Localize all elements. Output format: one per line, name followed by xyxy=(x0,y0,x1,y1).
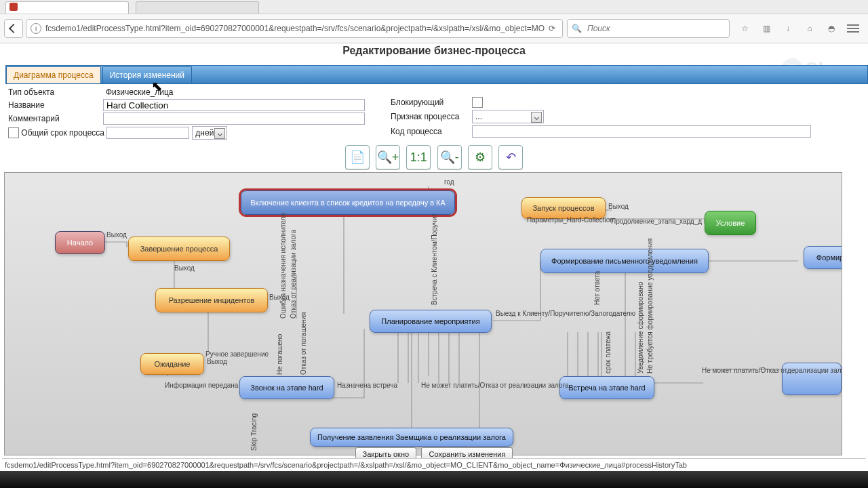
search-input[interactable] xyxy=(586,23,725,34)
node-formir2[interactable]: Формир xyxy=(804,246,842,269)
reload-icon[interactable]: ⟳ xyxy=(549,24,555,33)
browser-tab-strip xyxy=(0,0,868,14)
label-vyhod5: Выход xyxy=(174,264,195,272)
inner-tabs: Диаграмма процесса История изменений xyxy=(5,65,868,84)
chevron-down-icon xyxy=(218,131,222,136)
menu-icon[interactable] xyxy=(846,22,860,35)
label-vyhod1: Выход xyxy=(106,231,127,239)
flag-value: ... xyxy=(475,112,482,121)
undo-icon[interactable]: ↶ xyxy=(498,145,523,169)
label-srok: срок платежа xyxy=(604,331,612,373)
node-condition[interactable]: Условие xyxy=(705,211,756,235)
favicon xyxy=(9,3,18,11)
page-title: Редактирование бизнес-процесса xyxy=(0,45,868,57)
url-text: fcsdemo1/editProcessType.html?item_oid=6… xyxy=(45,24,546,33)
label-vyhod2: Выход xyxy=(608,203,629,210)
total-checkbox[interactable] xyxy=(8,127,19,138)
comment-label: Комментарий xyxy=(8,114,103,123)
node-meeting-hard[interactable]: Встреча на этапе hard xyxy=(559,376,654,399)
blocking-label: Блокирующий xyxy=(391,98,472,107)
zoom-out-icon[interactable]: 🔍- xyxy=(437,145,462,169)
tab-diagram[interactable]: Диаграмма процесса xyxy=(6,66,101,83)
pocket-icon[interactable]: ◓ xyxy=(825,22,838,35)
node-start[interactable]: Начало xyxy=(55,231,105,254)
upload-icon[interactable]: 📄 xyxy=(345,145,370,169)
browser-tab-inactive[interactable] xyxy=(136,1,259,14)
browser-tab-active[interactable] xyxy=(5,1,129,14)
node-include-client[interactable]: Включение клиента в список кредитов на п… xyxy=(241,190,455,215)
type-value: Физические_лица xyxy=(103,87,176,98)
label-otkazpog: Отказ от погашения xyxy=(300,312,307,375)
node-call-hard[interactable]: Звонок на этапе hard xyxy=(239,376,334,399)
bookmark-star-icon[interactable]: ☆ xyxy=(738,22,751,35)
arrow-left-icon xyxy=(9,24,18,33)
label-nemozhet1: Не может платить/Отказ от реализации зал… xyxy=(421,382,569,389)
label-vyezd: Выезд к Клиенту/Поручителю/Залогодателю xyxy=(496,310,635,317)
label-nepog: Не погашено xyxy=(276,334,283,375)
total-label: Общий срок процесса xyxy=(21,128,106,138)
code-input[interactable] xyxy=(472,125,811,138)
label-vstrecha: Встреча с Клиентом/Поручит xyxy=(431,214,438,305)
site-info-icon[interactable]: i xyxy=(31,23,41,34)
browser-toolbar: i fcsdemo1/editProcessType.html?item_oid… xyxy=(0,14,868,43)
search-icon: 🔍 xyxy=(572,24,582,33)
label-vyhod4: Выход xyxy=(207,358,227,365)
blocking-checkbox[interactable] xyxy=(472,97,483,108)
label-prodolz: Продолжение_этапа_хард_д xyxy=(611,218,702,225)
label-netotv: Нет ответа xyxy=(593,271,601,305)
node-notify[interactable]: Формирование письменного уведомления xyxy=(540,249,709,273)
label-naznach: Назначена встреча xyxy=(337,382,397,389)
type-label: Тип объекта xyxy=(8,87,103,97)
label-ruchnoe: Ручное завершение xyxy=(205,350,269,358)
address-bar[interactable]: i fcsdemo1/editProcessType.html?item_oid… xyxy=(26,19,563,38)
label-netreb: Не требуется формирование уведомления xyxy=(646,239,654,373)
label-info: Информация передана xyxy=(165,382,238,389)
total-input[interactable] xyxy=(106,127,189,139)
label-hardtop: Не может платить/Отказ отдерализации зал… xyxy=(702,367,842,374)
label-otkr: Отказ от реализации залога xyxy=(290,230,297,319)
flag-label: Признак процесса xyxy=(391,112,472,121)
unit-value: дней xyxy=(195,128,214,138)
diagram-toolbar: 📄 🔍+ 1:1 🔍- ⚙ ↶ xyxy=(0,145,868,169)
node-complete[interactable]: Завершение процесса xyxy=(128,237,230,261)
zoom-in-icon[interactable]: 🔍+ xyxy=(376,145,400,169)
label-former: Уведомление сформировано xyxy=(637,282,644,373)
zoom-fit-icon[interactable]: 1:1 xyxy=(406,145,431,169)
chevron-down-icon xyxy=(534,115,538,119)
search-box[interactable]: 🔍 xyxy=(567,19,730,38)
home-icon[interactable]: ⌂ xyxy=(803,22,816,35)
node-wait[interactable]: Ожидание xyxy=(140,353,204,375)
node-plan[interactable]: Планирование мероприятия xyxy=(370,310,492,333)
os-taskbar[interactable] xyxy=(0,471,868,488)
settings-icon[interactable]: ⚙ xyxy=(468,145,492,169)
library-icon[interactable]: ▥ xyxy=(760,22,773,35)
name-label: Название xyxy=(8,100,103,110)
comment-input[interactable] xyxy=(103,113,365,125)
name-input[interactable] xyxy=(103,99,365,111)
label-skip: Skip Tracing xyxy=(250,413,258,451)
label-params: Параметры_Hard-Collection xyxy=(527,216,614,224)
status-bar: fcsdemo1/editProcessType.html?item_oid=6… xyxy=(2,458,866,471)
flag-select[interactable]: ... xyxy=(472,110,544,123)
unit-select[interactable]: дней xyxy=(192,126,227,140)
diagram-canvas[interactable]: Включение клиента в список кредитов на п… xyxy=(4,172,842,455)
label-god: год xyxy=(444,178,454,186)
node-recv[interactable]: Получение заявления Заемщика о реализаци… xyxy=(310,428,513,447)
back-button[interactable] xyxy=(4,19,23,38)
label-oshibka: Ошибка назначения исполнителя xyxy=(279,213,287,319)
tab-history[interactable]: История изменений xyxy=(102,66,192,83)
code-label: Код процесса xyxy=(391,127,472,136)
node-incidents[interactable]: Разрешение инцидентов xyxy=(155,288,268,312)
downloads-icon[interactable]: ↓ xyxy=(781,22,795,35)
form-panel: Тип объекта Физические_лица Название Ком… xyxy=(8,85,860,141)
